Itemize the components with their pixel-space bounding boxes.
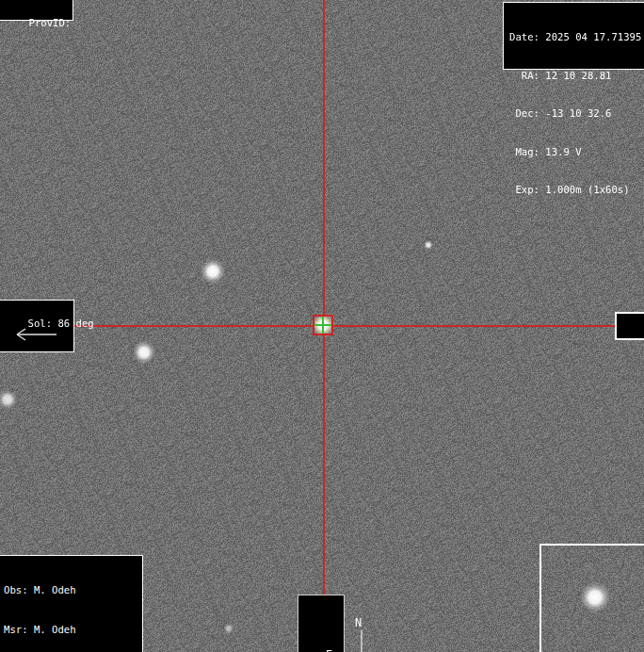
target-info-box: Date: 2025 04 17.71395 RA: 12 10 28.81 D…	[503, 2, 644, 70]
provid-label-box: ProvID:	[0, 0, 73, 21]
ra-line: RA: 12 10 28.81	[509, 70, 644, 83]
crosshair-horizontal-right	[333, 325, 615, 327]
provid-label: ProvID:	[29, 17, 72, 28]
target-zoom-image	[541, 546, 644, 652]
observer-line: Obs: M. Odeh	[4, 584, 142, 597]
trail-marker-box: ---	[615, 312, 644, 340]
exp-line: Exp: 1.000m (1x60s)	[509, 184, 644, 197]
date-line: Date: 2025 04 17.71395	[509, 31, 644, 44]
compass-icon: N E	[323, 609, 368, 652]
compass-north-label: N	[355, 616, 362, 629]
mag-line: Mag: 13.9 V	[509, 146, 644, 159]
observation-info-box: Obs: M. Odeh Msr: M. Odeh Stn: M44 Tel: …	[0, 555, 143, 652]
target-zoom-inset	[539, 544, 644, 652]
target-marker-cross-horizontal	[314, 324, 331, 326]
crosshair-vertical-bottom	[323, 335, 325, 595]
compass-box: N E	[298, 595, 345, 652]
crosshair-horizontal-left	[74, 325, 313, 327]
sun-direction-arrow-icon	[11, 325, 60, 344]
measurer-line: Msr: M. Odeh	[4, 624, 142, 637]
astrometry-viewer: ProvID: Date: 2025 04 17.71395 RA: 12 10…	[0, 0, 644, 652]
sun-angle-box: Sol: 86 deg	[0, 300, 74, 352]
dec-line: Dec: -13 10 32.6	[509, 107, 644, 121]
compass-east-label: E	[326, 648, 332, 652]
crosshair-vertical-top	[323, 0, 325, 315]
